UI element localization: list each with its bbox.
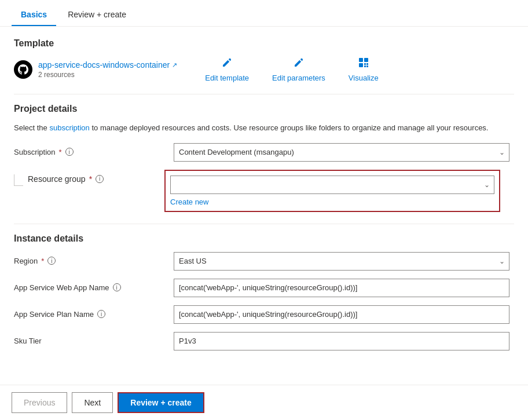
template-resources: 2 resources <box>38 71 177 79</box>
plan-name-row: App Service Plan Name i <box>14 305 514 324</box>
subscription-label: Subscription * i <box>14 143 164 156</box>
subscription-select[interactable]: Content Development (msangapu) <box>174 143 509 162</box>
pencil-icon-edit-parameters <box>293 57 305 71</box>
resource-group-select[interactable] <box>170 176 494 194</box>
tab-bar: Basics Review + create <box>0 0 528 27</box>
template-section-title: Template <box>14 38 514 49</box>
visualize-label: Visualize <box>349 74 379 82</box>
resource-group-box: ⌄ Create new <box>164 170 500 212</box>
region-info-icon[interactable]: i <box>47 257 56 265</box>
sku-tier-label: Sku Tier <box>14 332 164 345</box>
project-details: Project details Select the subscription … <box>14 104 514 212</box>
web-app-name-row: App Service Web App Name i <box>14 279 514 297</box>
subscription-required: * <box>59 148 62 156</box>
region-select-wrapper: East US ⌄ <box>174 252 509 271</box>
template-info: app-service-docs-windows-container ↗ 2 r… <box>14 60 177 79</box>
plan-name-input[interactable] <box>174 305 509 324</box>
resource-group-label-area: Resource group * i <box>14 170 164 186</box>
region-select[interactable]: East US <box>174 252 509 271</box>
sku-tier-row: Sku Tier <box>14 332 514 350</box>
region-row: Region * i East US ⌄ <box>14 252 514 271</box>
web-app-name-info-icon[interactable]: i <box>113 283 121 291</box>
sku-tier-input[interactable] <box>174 332 509 350</box>
svg-rect-0 <box>359 58 363 62</box>
subscription-row: Subscription * i Content Development (ms… <box>14 143 514 162</box>
template-section: Template app-service-docs-windows-contai… <box>14 38 514 82</box>
resource-group-row: Resource group * i ⌄ Create new <box>14 170 514 212</box>
visualize-action[interactable]: Visualize <box>349 57 379 82</box>
svg-rect-2 <box>359 63 363 67</box>
edit-template-action[interactable]: Edit template <box>205 57 249 82</box>
project-details-title: Project details <box>14 104 514 114</box>
plan-name-label: App Service Plan Name i <box>14 305 164 319</box>
template-name-link[interactable]: app-service-docs-windows-container ↗ <box>38 60 177 70</box>
tree-connector <box>14 174 23 186</box>
instance-details-title: Instance details <box>14 233 514 244</box>
svg-rect-5 <box>364 65 366 67</box>
edit-template-label: Edit template <box>205 74 249 82</box>
edit-parameters-label: Edit parameters <box>272 74 325 82</box>
resource-group-label: Resource group * i <box>28 174 104 184</box>
web-app-name-input[interactable] <box>174 279 509 297</box>
edit-parameters-action[interactable]: Edit parameters <box>272 57 325 82</box>
previous-button[interactable]: Previous <box>12 392 67 413</box>
subscription-link[interactable]: subscription <box>49 123 89 132</box>
svg-rect-4 <box>366 63 368 65</box>
grid-icon <box>358 57 369 71</box>
svg-rect-6 <box>366 65 368 67</box>
svg-rect-1 <box>364 58 368 62</box>
bottom-bar: Previous Next Review + create <box>0 385 528 420</box>
plan-name-info-icon[interactable]: i <box>97 310 105 318</box>
divider-1 <box>14 94 514 94</box>
tab-basics[interactable]: Basics <box>12 3 56 26</box>
resource-group-select-wrapper: ⌄ <box>170 176 494 194</box>
create-new-link[interactable]: Create new <box>170 198 208 206</box>
external-link-icon: ↗ <box>172 61 177 69</box>
review-create-button[interactable]: Review + create <box>118 392 204 413</box>
pencil-icon-edit-template <box>221 57 233 71</box>
subscription-info-icon[interactable]: i <box>65 148 74 156</box>
svg-rect-3 <box>364 63 366 65</box>
resource-group-required: * <box>89 174 92 184</box>
template-name-block: app-service-docs-windows-container ↗ 2 r… <box>38 60 177 79</box>
template-row: app-service-docs-windows-container ↗ 2 r… <box>14 57 514 82</box>
region-label: Region * i <box>14 252 164 265</box>
github-icon <box>14 60 32 79</box>
resource-group-info-icon[interactable]: i <box>96 175 104 183</box>
next-button[interactable]: Next <box>72 392 113 413</box>
divider-2 <box>14 224 514 224</box>
project-description: Select the subscription to manage deploy… <box>14 122 514 134</box>
web-app-name-label: App Service Web App Name i <box>14 279 164 292</box>
template-actions: Edit template Edit parameters <box>205 57 378 82</box>
region-required: * <box>41 257 44 265</box>
instance-details: Instance details Region * i East US ⌄ Ap… <box>14 233 514 350</box>
subscription-select-wrapper: Content Development (msangapu) ⌄ <box>174 143 509 162</box>
tab-review-create[interactable]: Review + create <box>58 3 135 26</box>
